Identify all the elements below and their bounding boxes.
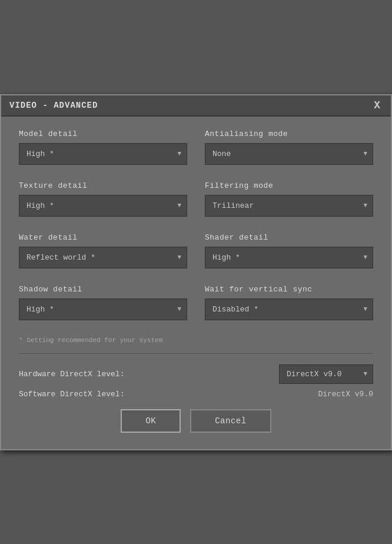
shadow-detail-label: Shadow detail [19,285,187,294]
shadow-detail-dropdown-wrapper[interactable]: Low Medium High * Very High [19,298,187,320]
vsync-dropdown-wrapper[interactable]: Disabled * Enabled [205,298,373,320]
cancel-button[interactable]: Cancel [190,409,271,433]
hardware-directx-label: Hardware DirectX level: [19,370,267,379]
row-3: Water detail Simple Reflect world * Full… [19,233,373,268]
water-detail-label: Water detail [19,233,187,242]
antialiasing-mode-select[interactable]: None 2x MSAA 4x MSAA 8x MSAA [205,143,373,165]
filtering-mode-label: Filtering mode [205,181,373,190]
water-detail-group: Water detail Simple Reflect world * Full [19,233,187,268]
filtering-mode-group: Filtering mode Bilinear Trilinear Anisot… [205,181,373,217]
recommendation-note: * Setting recommended for your system [19,337,373,344]
vsync-group: Wait for vertical sync Disabled * Enable… [205,285,373,320]
shader-detail-dropdown-wrapper[interactable]: Low Medium High * [205,247,373,268]
antialiasing-mode-dropdown-wrapper[interactable]: None 2x MSAA 4x MSAA 8x MSAA [205,143,373,165]
antialiasing-mode-group: Antialiasing mode None 2x MSAA 4x MSAA 8… [205,130,373,165]
model-detail-select[interactable]: Low Medium High * Very High [19,143,187,165]
close-button[interactable]: X [371,100,383,111]
filtering-mode-dropdown-wrapper[interactable]: Bilinear Trilinear Anisotropic 2x Anisot… [205,195,373,217]
divider [19,353,373,354]
texture-detail-label: Texture detail [19,181,187,190]
button-row: OK Cancel [19,409,373,437]
antialiasing-mode-label: Antialiasing mode [205,130,373,138]
dialog-title: VIDEO - ADVANCED [9,101,98,110]
dialog-content: Model detail Low Medium High * Very High… [1,117,391,449]
software-directx-row: Software DirectX level: DirectX v9.0 [19,390,373,399]
texture-detail-dropdown-wrapper[interactable]: Low Medium High * Very High [19,195,187,217]
filtering-mode-select[interactable]: Bilinear Trilinear Anisotropic 2x Anisot… [205,195,373,217]
title-bar: VIDEO - ADVANCED X [1,95,391,117]
shader-detail-group: Shader detail Low Medium High * [205,233,373,268]
hardware-directx-row: Hardware DirectX level: DirectX v8.0 Dir… [19,364,373,384]
video-advanced-dialog: VIDEO - ADVANCED X Model detail Low Medi… [0,94,392,450]
hardware-directx-select[interactable]: DirectX v8.0 DirectX v8.1 DirectX v9.0 [279,364,373,384]
software-directx-label: Software DirectX level: [19,390,306,399]
row-4: Shadow detail Low Medium High * Very Hig… [19,285,373,320]
shader-detail-select[interactable]: Low Medium High * [205,247,373,268]
vsync-select[interactable]: Disabled * Enabled [205,298,373,320]
texture-detail-select[interactable]: Low Medium High * Very High [19,195,187,217]
water-detail-dropdown-wrapper[interactable]: Simple Reflect world * Full [19,247,187,268]
row-2: Texture detail Low Medium High * Very Hi… [19,181,373,217]
shader-detail-label: Shader detail [205,233,373,242]
texture-detail-group: Texture detail Low Medium High * Very Hi… [19,181,187,217]
row-1: Model detail Low Medium High * Very High… [19,130,373,165]
model-detail-label: Model detail [19,130,187,138]
vsync-label: Wait for vertical sync [205,285,373,294]
model-detail-dropdown-wrapper[interactable]: Low Medium High * Very High [19,143,187,165]
model-detail-group: Model detail Low Medium High * Very High [19,130,187,165]
hardware-directx-dropdown-wrapper[interactable]: DirectX v8.0 DirectX v8.1 DirectX v9.0 [279,364,373,384]
ok-button[interactable]: OK [121,409,181,433]
shadow-detail-select[interactable]: Low Medium High * Very High [19,298,187,320]
software-directx-value: DirectX v9.0 [318,390,373,399]
water-detail-select[interactable]: Simple Reflect world * Full [19,247,187,268]
shadow-detail-group: Shadow detail Low Medium High * Very Hig… [19,285,187,320]
